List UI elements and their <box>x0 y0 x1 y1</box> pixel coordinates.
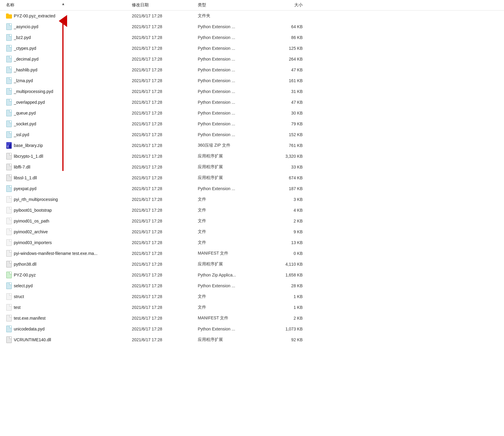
file-name-label: pyi-windows-manifest-filename test.exe.m… <box>14 251 97 256</box>
dll-icon <box>6 153 12 159</box>
table-row[interactable]: _multiprocessing.pyd 2021/6/17 17:28 Pyt… <box>0 86 504 97</box>
file-type-cell: Python Extension ... <box>198 132 276 137</box>
table-row[interactable]: pyimod01_os_path 2021/6/17 17:28 文件 2 KB <box>0 216 504 226</box>
file-size-cell: 3,320 KB <box>276 154 312 159</box>
file-date-cell: 2021/6/17 17:28 <box>132 111 198 115</box>
file-name-cell: libcrypto-1_1.dll <box>6 153 132 159</box>
pyd-icon <box>6 283 12 289</box>
dll-icon <box>6 175 12 181</box>
file-type-cell: Python Extension ... <box>198 327 276 331</box>
file-date-cell: 2021/6/17 17:28 <box>132 46 198 51</box>
file-date-cell: 2021/6/17 17:28 <box>132 121 198 126</box>
file-name-label: pyimod03_importers <box>14 240 52 245</box>
table-row[interactable]: libffi-7.dll 2021/6/17 17:28 应用程序扩展 33 K… <box>0 162 504 172</box>
table-row[interactable]: _hashlib.pyd 2021/6/17 17:28 Python Exte… <box>0 64 504 75</box>
table-row[interactable]: pyi_rth_multiprocessing 2021/6/17 17:28 … <box>0 194 504 205</box>
table-row[interactable]: _asyncio.pyd 2021/6/17 17:28 Python Exte… <box>0 21 504 32</box>
file-name-label: _bz2.pyd <box>14 35 31 40</box>
file-name-label: pyimod01_os_path <box>14 219 49 223</box>
table-row[interactable]: struct 2021/6/17 17:28 文件 1 KB <box>0 291 504 302</box>
file-size-cell: 161 KB <box>276 78 312 83</box>
file-date-cell: 2021/6/17 17:28 <box>132 197 198 202</box>
file-date-cell: 2021/6/17 17:28 <box>132 305 198 310</box>
file-type-cell: 文件夹 <box>198 13 276 19</box>
pyd-icon <box>6 24 12 30</box>
file-size-cell: 264 KB <box>276 57 312 61</box>
file-name-cell: libssl-1_1.dll <box>6 175 132 181</box>
file-date-cell: 2021/6/17 17:28 <box>132 240 198 245</box>
file-name-label: _asyncio.pyd <box>14 24 38 29</box>
file-list: 名称 ▲ 修改日期 类型 大小 PYZ-00.pyz_extracted 202… <box>0 0 504 345</box>
file-date-cell: 2021/6/17 17:28 <box>132 175 198 180</box>
file-name-label: _decimal.pyd <box>14 57 39 61</box>
pyd-icon <box>6 45 12 51</box>
table-row[interactable]: VCRUNTIME140.dll 2021/6/17 17:28 应用程序扩展 … <box>0 334 504 345</box>
file-size-cell: 4 KB <box>276 208 312 213</box>
file-size-cell: 1,073 KB <box>276 327 312 331</box>
file-size-cell: 79 KB <box>276 121 312 126</box>
table-row[interactable]: _overlapped.pyd 2021/6/17 17:28 Python E… <box>0 97 504 108</box>
table-row[interactable]: _ctypes.pyd 2021/6/17 17:28 Python Exten… <box>0 43 504 54</box>
file-size-cell: 3 KB <box>276 197 312 202</box>
file-date-cell: 2021/6/17 17:28 <box>132 13 198 18</box>
file-date-cell: 2021/6/17 17:28 <box>132 208 198 213</box>
file-date-cell: 2021/6/17 17:28 <box>132 273 198 277</box>
dll-icon <box>6 164 12 170</box>
table-row[interactable]: libssl-1_1.dll 2021/6/17 17:28 应用程序扩展 67… <box>0 172 504 183</box>
table-row[interactable]: _lzma.pyd 2021/6/17 17:28 Python Extensi… <box>0 75 504 86</box>
file-size-cell: 28 KB <box>276 283 312 288</box>
table-row[interactable]: python38.dll 2021/6/17 17:28 应用程序扩展 4,11… <box>0 259 504 270</box>
table-row[interactable]: pyiboot01_bootstrap 2021/6/17 17:28 文件 4… <box>0 205 504 216</box>
table-row[interactable]: _decimal.pyd 2021/6/17 17:28 Python Exte… <box>0 54 504 64</box>
file-type-cell: Python Extension ... <box>198 89 276 94</box>
file-name-label: unicodedata.pyd <box>14 327 45 331</box>
table-row[interactable]: pyimod02_archive 2021/6/17 17:28 文件 9 KB <box>0 226 504 237</box>
table-row[interactable]: pyimod03_importers 2021/6/17 17:28 文件 13… <box>0 237 504 248</box>
table-row[interactable]: _socket.pyd 2021/6/17 17:28 Python Exten… <box>0 118 504 129</box>
table-row[interactable]: pyexpat.pyd 2021/6/17 17:28 Python Exten… <box>0 183 504 194</box>
file-type-cell: 应用程序扩展 <box>198 337 276 342</box>
file-size-cell: 9 KB <box>276 229 312 234</box>
file-type-cell: 360压缩 ZIP 文件 <box>198 143 276 148</box>
table-row[interactable]: PYZ-00.pyz_extracted 2021/6/17 17:28 文件夹 <box>0 10 504 21</box>
manifest-icon <box>6 250 12 256</box>
file-date-cell: 2021/6/17 17:28 <box>132 262 198 267</box>
table-row[interactable]: test 2021/6/17 17:28 文件 1 KB <box>0 302 504 313</box>
file-name-cell: test.exe.manifest <box>6 315 132 321</box>
file-name-label: python38.dll <box>14 262 37 267</box>
file-date-cell: 2021/6/17 17:28 <box>132 67 198 72</box>
file-name-label: base_library.zip <box>14 143 43 148</box>
file-name-cell: _bz2.pyd <box>6 34 132 40</box>
table-row[interactable]: pyi-windows-manifest-filename test.exe.m… <box>0 248 504 259</box>
file-type-cell: Python Extension ... <box>198 186 276 191</box>
table-row[interactable]: PYZ-00.pyz 2021/6/17 17:28 Python Zip Ap… <box>0 270 504 280</box>
pyd-icon <box>6 78 12 84</box>
file-size-cell: 1 KB <box>276 294 312 299</box>
file-size-cell: 187 KB <box>276 186 312 191</box>
file-type-cell: Python Zip Applica... <box>198 273 276 277</box>
file-size-cell: 86 KB <box>276 35 312 40</box>
file-size-cell: 1,658 KB <box>276 273 312 277</box>
table-row[interactable]: _queue.pyd 2021/6/17 17:28 Python Extens… <box>0 108 504 118</box>
file-icon <box>6 196 12 202</box>
col-name-header[interactable]: 名称 <box>6 2 132 8</box>
file-type-cell: 应用程序扩展 <box>198 154 276 159</box>
pyd-icon <box>6 67 12 73</box>
table-row[interactable]: select.pyd 2021/6/17 17:28 Python Extens… <box>0 280 504 291</box>
file-size-cell: 674 KB <box>276 175 312 180</box>
file-name-cell: VCRUNTIME140.dll <box>6 337 132 343</box>
table-row[interactable]: libcrypto-1_1.dll 2021/6/17 17:28 应用程序扩展… <box>0 151 504 162</box>
file-size-cell: 4,110 KB <box>276 262 312 267</box>
file-icon <box>6 218 12 224</box>
table-row[interactable]: unicodedata.pyd 2021/6/17 17:28 Python E… <box>0 324 504 334</box>
table-row[interactable]: test.exe.manifest 2021/6/17 17:28 MANIFE… <box>0 313 504 324</box>
col-type-header[interactable]: 类型 <box>198 2 276 8</box>
col-date-header[interactable]: 修改日期 <box>132 2 198 8</box>
col-size-header[interactable]: 大小 <box>276 2 312 8</box>
table-row[interactable]: base_library.zip 2021/6/17 17:28 360压缩 Z… <box>0 140 504 151</box>
table-row[interactable]: _bz2.pyd 2021/6/17 17:28 Python Extensio… <box>0 32 504 43</box>
table-row[interactable]: _ssl.pyd 2021/6/17 17:28 Python Extensio… <box>0 129 504 140</box>
file-type-cell: MANIFEST 文件 <box>198 315 276 321</box>
file-type-cell: 应用程序扩展 <box>198 175 276 181</box>
file-type-cell: Python Extension ... <box>198 283 276 288</box>
